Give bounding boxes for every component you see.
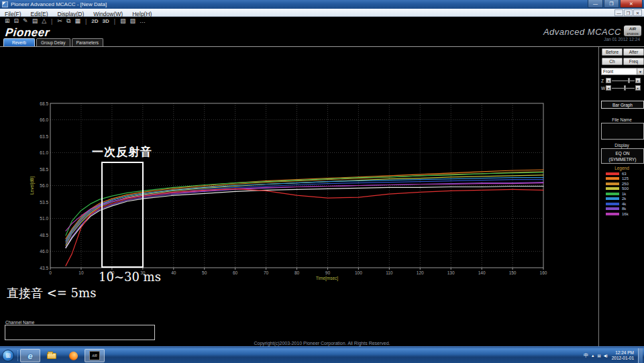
legend-item-250: 250	[599, 181, 644, 187]
legend-label-125: 125	[622, 176, 629, 180]
eq-status-box[interactable]: EQ ON (SYMMETRY)	[601, 148, 644, 164]
close-button[interactable]: ✕	[620, 0, 643, 8]
mdi-close-button[interactable]: ✕	[633, 9, 642, 16]
print-icon[interactable]: ▤	[32, 17, 38, 25]
copyright-text: Copyright(c)2003-2010 Pioneer Corporatio…	[0, 341, 644, 346]
show-desktop-button[interactable]	[638, 348, 643, 363]
start-button[interactable]: ⊞	[2, 350, 14, 362]
y-tick-label: 56.0	[40, 183, 48, 188]
taskbar: ⊞ e AIR 中 ▲ ▤ ◀) 12:24 PM 2012-01-01	[0, 348, 644, 363]
chevron-down-icon[interactable]: ▼	[637, 68, 643, 74]
graph-icon[interactable]: ▧	[120, 17, 126, 25]
view-3d-button[interactable]: 3D	[103, 18, 109, 24]
x-axis-title: Time[msec]	[316, 276, 339, 281]
mcacc-app-icon[interactable]: AIR	[85, 349, 105, 362]
x-tick-label: 10	[78, 270, 84, 275]
after-button[interactable]: After	[623, 48, 644, 56]
menu-item-window[interactable]: Window(W)	[89, 11, 127, 17]
control-panel: Before After Ch Freq Front ▼ Z ◄ ► W ◄ ►…	[598, 47, 644, 346]
bar-graph-button[interactable]: Bar Graph	[601, 101, 644, 109]
x-tick-label: 120	[417, 270, 424, 275]
y-tick-label: 58.5	[40, 167, 48, 172]
hidden-icons-button[interactable]: ▲	[591, 354, 594, 358]
paste-icon[interactable]: ▦	[74, 17, 80, 25]
legend-swatch-16k	[606, 213, 619, 215]
minimize-button[interactable]: —	[588, 0, 603, 8]
legend: 631252505001k2k4k8k16k	[599, 171, 644, 217]
legend-swatch-63	[606, 172, 619, 175]
y-tick-label: 48.5	[40, 233, 48, 238]
legend-item-16k: 16k	[599, 211, 644, 217]
firefox-icon[interactable]	[63, 349, 83, 362]
legend-label-250: 250	[622, 182, 629, 186]
save-icon[interactable]: ⊟	[14, 17, 19, 25]
mdi-restore-button[interactable]: ❐	[624, 9, 633, 16]
annotation-first-reflection: 一次反射音	[92, 144, 152, 160]
cut-icon[interactable]: ✂	[57, 17, 62, 25]
menu-item-display[interactable]: Display(D)	[53, 11, 89, 17]
legend-label-2k: 2k	[622, 197, 626, 201]
z-slider-right-button[interactable]: ►	[635, 78, 641, 83]
x-tick-label: 150	[509, 270, 517, 275]
measure-icon[interactable]: △	[42, 17, 46, 25]
channel-select[interactable]: Front ▼	[601, 68, 644, 75]
tab-group-delay[interactable]: Group Delay	[36, 38, 70, 46]
legend-item-2k: 2k	[599, 197, 644, 202]
menu-item-file[interactable]: File(F)	[0, 11, 26, 17]
speaker-icon[interactable]: ◀)	[604, 354, 608, 358]
w-slider-thumb[interactable]	[624, 85, 626, 91]
system-tray: 中 ▲ ▤ ◀) 12:24 PM 2012-01-01	[584, 348, 644, 363]
tab-reverb[interactable]: Reverb	[3, 38, 35, 46]
advanced-mcacc-label: Advanced MCACC	[543, 27, 621, 37]
view-2d-button[interactable]: 2D	[91, 18, 98, 24]
x-tick-label: 60	[233, 270, 238, 275]
menu-item-help[interactable]: Help(H)	[127, 11, 156, 17]
w-slider[interactable]	[612, 85, 635, 91]
z-slider-left-button[interactable]: ◄	[606, 78, 611, 83]
x-tick-label: 40	[171, 270, 176, 275]
network-icon[interactable]: ▤	[597, 354, 600, 358]
y-axis-title: Level[dB]	[30, 176, 35, 195]
frequency-mode-button[interactable]: Freq	[623, 58, 644, 65]
legend-label-63: 63	[622, 172, 627, 176]
w-slider-right-button[interactable]: ►	[635, 85, 641, 91]
w-slider-left-button[interactable]: ◄	[606, 85, 611, 91]
legend-item-63: 63	[599, 171, 644, 176]
menu-item-edit[interactable]: Edit(E)	[26, 11, 53, 17]
tray-clock[interactable]: 12:24 PM 2012-01-01	[612, 350, 634, 361]
internet-explorer-icon[interactable]: e	[20, 349, 40, 362]
open-icon[interactable]: ⊞	[5, 17, 10, 25]
y-tick-label: 61.0	[40, 150, 48, 155]
divider	[0, 46, 644, 47]
tray-time: 12:24 PM	[612, 350, 634, 356]
toolbar-separator: |	[51, 18, 52, 25]
x-tick-label: 140	[478, 270, 486, 275]
channel-mode-button[interactable]: Ch	[602, 58, 623, 65]
channel-name-box[interactable]	[5, 325, 155, 340]
maximize-button[interactable]: ❐	[604, 0, 619, 8]
legend-label-16k: 16k	[622, 212, 629, 216]
tab-parameters[interactable]: Parameters	[72, 38, 104, 46]
edit-icon[interactable]: ✎	[23, 17, 28, 25]
reflection-range-box	[101, 162, 144, 268]
explorer-folder-icon[interactable]	[42, 349, 62, 362]
table-icon[interactable]: ▨	[130, 17, 136, 25]
z-slider[interactable]	[612, 78, 635, 83]
legend-label-500: 500	[622, 187, 629, 191]
legend-swatch-500	[606, 187, 619, 190]
legend-swatch-8k	[606, 207, 619, 210]
pioneer-logo: Pioneer	[5, 26, 50, 40]
z-slider-thumb[interactable]	[628, 78, 630, 83]
copy-icon[interactable]: ⧉	[66, 17, 70, 25]
legend-title: Legend	[600, 166, 643, 170]
legend-item-8k: 8k	[599, 207, 644, 212]
legend-label-4k: 4k	[622, 202, 626, 206]
language-indicator[interactable]: 中	[584, 352, 588, 359]
toolbar: ⊞⊟✎▤△|✂⧉▦|2D3D|▧▨…	[0, 17, 644, 25]
legend-item-1k: 1k	[599, 191, 644, 197]
display-label: Display	[600, 143, 643, 148]
more-icon[interactable]: …	[140, 17, 146, 25]
before-button[interactable]: Before	[602, 48, 623, 56]
legend-swatch-250	[606, 183, 619, 185]
mdi-minimize-button[interactable]: —	[614, 9, 623, 16]
